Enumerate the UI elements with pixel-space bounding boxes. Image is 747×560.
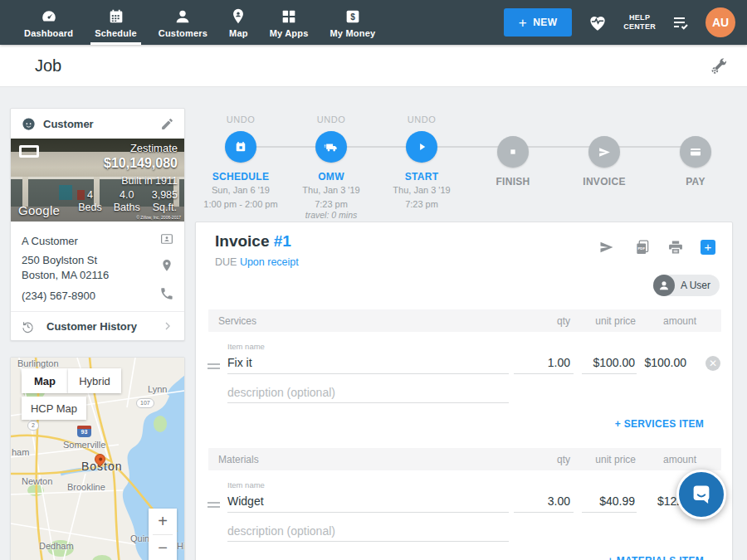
nav-item-schedule[interactable]: Schedule bbox=[84, 0, 148, 45]
send-invoice-icon[interactable] bbox=[598, 239, 615, 256]
truck-icon bbox=[324, 139, 339, 155]
sqft-value: 3,985 bbox=[152, 189, 178, 201]
materials-header-strip: Materials qty unit price amount bbox=[208, 448, 721, 470]
nav-items: Dashboard Schedule Customers Map My Apps… bbox=[0, 0, 386, 45]
map-zoom-in-button[interactable]: + bbox=[149, 509, 177, 534]
edit-pencil-icon[interactable] bbox=[160, 117, 174, 131]
nav-label: Map bbox=[229, 28, 248, 38]
drag-handle[interactable] bbox=[208, 502, 220, 510]
remove-service-item-button[interactable]: ✕ bbox=[706, 356, 720, 371]
qty-column-header: qty bbox=[557, 315, 570, 327]
add-services-item-link[interactable]: + SERVICES ITEM bbox=[615, 418, 704, 430]
stop-icon bbox=[506, 145, 520, 158]
hcp-map-button[interactable]: HCP Map bbox=[22, 397, 86, 420]
top-navbar: Dashboard Schedule Customers Map My Apps… bbox=[0, 0, 747, 45]
finish-step-button[interactable] bbox=[497, 136, 529, 168]
add-invoice-button[interactable]: + bbox=[701, 240, 715, 255]
customer-card-header: Customer bbox=[11, 109, 184, 139]
task-list-icon[interactable] bbox=[671, 12, 691, 32]
help-center-link[interactable]: HELP CENTER bbox=[623, 13, 656, 32]
play-icon bbox=[414, 139, 429, 154]
invoice-step-button[interactable] bbox=[588, 136, 620, 168]
plus-icon: + bbox=[519, 16, 527, 30]
timeline-step-omw: UNDO OMW Thu, Jan 3 '19 7:23 pm travel: … bbox=[281, 114, 381, 222]
schedule-step-button[interactable] bbox=[225, 131, 256, 163]
pdf-icon[interactable]: PDF bbox=[634, 239, 651, 256]
invoice-title-text: Invoice bbox=[215, 232, 269, 250]
step-time: 7:23 pm bbox=[281, 199, 381, 211]
nav-item-customers[interactable]: Customers bbox=[148, 0, 218, 45]
svg-text:PDF: PDF bbox=[637, 246, 645, 251]
map-label-brookline: Brookline bbox=[67, 482, 105, 492]
help-line2: CENTER bbox=[623, 22, 656, 32]
assignee-chip[interactable]: A User bbox=[653, 275, 720, 296]
invoice-due: DUE Upon receipt bbox=[215, 256, 299, 268]
user-avatar[interactable]: AU bbox=[706, 7, 735, 37]
address-line2: Boston, MA 02116 bbox=[22, 268, 109, 283]
zestimate-photo[interactable]: Zestimate $10,149,080 Built in 1911 4Bed… bbox=[11, 139, 184, 222]
timeline-step-pay: PAY bbox=[646, 114, 745, 187]
invoice-number[interactable]: #1 bbox=[274, 232, 291, 250]
nav-label: My Money bbox=[330, 28, 376, 38]
schedule-icon bbox=[107, 7, 125, 26]
undo-start-link[interactable]: UNDO bbox=[372, 114, 471, 126]
zestimate-label: Zestimate bbox=[78, 142, 178, 154]
add-materials-item-link[interactable]: + MATERIALS ITEM bbox=[608, 555, 704, 560]
step-date: Thu, Jan 3 '19 bbox=[281, 185, 381, 197]
map-zoom-out-button[interactable]: − bbox=[149, 535, 177, 560]
step-label: INVOICE bbox=[554, 176, 654, 187]
help-line1: HELP bbox=[623, 13, 656, 22]
heart-pulse-icon[interactable] bbox=[587, 12, 608, 33]
service-qty-input[interactable] bbox=[514, 351, 574, 374]
job-tools-icon[interactable] bbox=[709, 56, 729, 76]
nav-item-map[interactable]: Map bbox=[218, 0, 259, 45]
map-type-map-button[interactable]: Map bbox=[22, 368, 68, 393]
service-item-name-input[interactable] bbox=[227, 351, 509, 374]
print-icon[interactable] bbox=[667, 239, 684, 256]
material-qty-input[interactable] bbox=[514, 489, 574, 513]
material-description-input[interactable] bbox=[227, 520, 509, 542]
place-pin-icon[interactable] bbox=[159, 258, 174, 273]
step-label: OMW bbox=[281, 171, 381, 183]
svg-text:$: $ bbox=[350, 12, 355, 22]
step-date: Thu, Jan 3 '19 bbox=[372, 185, 471, 197]
step-time: 1:00 pm - 2:00 pm bbox=[191, 199, 290, 211]
unit-price-column-header: unit price bbox=[595, 315, 636, 327]
phone-icon[interactable] bbox=[159, 286, 174, 301]
history-clock-icon bbox=[21, 319, 35, 334]
customer-history-link[interactable]: Customer History bbox=[11, 312, 184, 340]
map-label-lynn: Lynn bbox=[148, 384, 167, 394]
customers-icon bbox=[173, 7, 192, 26]
nav-item-my-apps[interactable]: My Apps bbox=[259, 0, 320, 45]
pay-step-button[interactable] bbox=[680, 136, 711, 168]
baths-label: Baths bbox=[114, 202, 140, 213]
contact-card-icon[interactable] bbox=[159, 231, 174, 246]
material-item-name-input[interactable] bbox=[227, 489, 509, 513]
omw-step-button[interactable] bbox=[315, 131, 347, 163]
chat-widget-button[interactable] bbox=[676, 470, 726, 519]
nav-right: + NEW HELP CENTER AU bbox=[504, 0, 747, 45]
due-label: DUE bbox=[215, 256, 237, 268]
map-widget[interactable]: Burlington Lynn Somerville ham Boston Ne… bbox=[10, 357, 185, 560]
service-description-input[interactable] bbox=[227, 382, 509, 403]
undo-schedule-link[interactable]: UNDO bbox=[191, 114, 290, 126]
map-label-newton: Newton bbox=[22, 476, 52, 486]
apps-grid-icon bbox=[280, 7, 298, 26]
nav-item-dashboard[interactable]: Dashboard bbox=[13, 0, 84, 45]
amount-column-header: amount bbox=[663, 315, 696, 327]
map-type-hybrid-button[interactable]: Hybrid bbox=[68, 368, 121, 393]
start-step-button[interactable] bbox=[406, 131, 437, 163]
due-value-link[interactable]: Upon receipt bbox=[240, 256, 299, 268]
i93-number: 93 bbox=[81, 429, 88, 435]
i93-shield: 93 bbox=[77, 426, 91, 437]
drag-handle[interactable] bbox=[208, 363, 220, 372]
baths-value: 4.0 bbox=[114, 189, 140, 201]
item-name-label: Item name bbox=[227, 342, 265, 351]
materials-section-title: Materials bbox=[218, 454, 259, 465]
undo-omw-link[interactable]: UNDO bbox=[281, 114, 381, 126]
timeline-step-start: UNDO START Thu, Jan 3 '19 7:23 pm bbox=[372, 114, 471, 210]
nav-label: Customers bbox=[159, 28, 208, 38]
map-button-label: Map bbox=[34, 375, 56, 387]
nav-item-my-money[interactable]: $ My Money bbox=[320, 0, 387, 45]
new-button[interactable]: + NEW bbox=[504, 8, 572, 37]
